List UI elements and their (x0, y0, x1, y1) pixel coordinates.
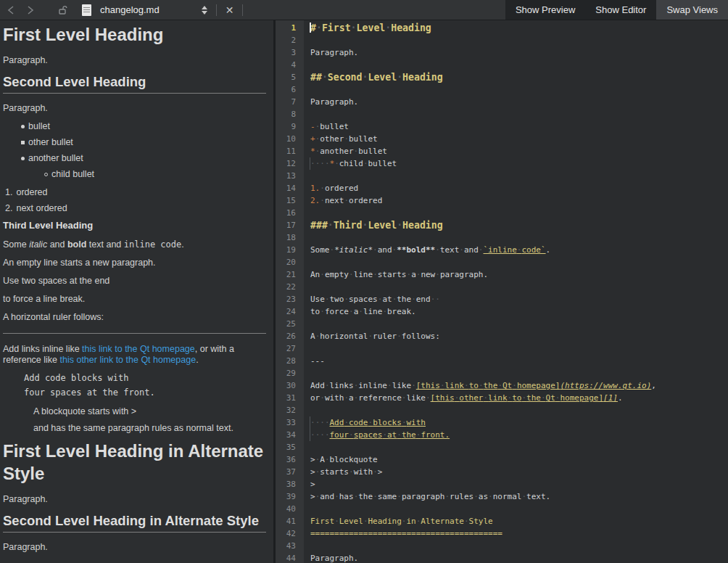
editor-line[interactable]: 8 (276, 108, 728, 120)
bullet-square-icon (21, 141, 25, 144)
line-number: 25 (276, 318, 304, 330)
editor-line[interactable]: 18 (276, 231, 728, 244)
editor-line[interactable]: 5##·Second·Level·Heading (276, 71, 728, 83)
line-number: 27 (276, 342, 304, 355)
preview-h2-alt: Second Level Heading in Alternate Style (3, 512, 266, 533)
blockquote-line: and has the same paragraph rules as norm… (33, 423, 266, 434)
bullet-disc-icon (21, 157, 25, 160)
editor-line[interactable]: 21An·empty·line·starts·a·new·paragraph. (276, 268, 728, 281)
preview-links-paragraph: Add links inline like this link to the Q… (3, 344, 266, 366)
preview-h3: Third Level Heading (3, 220, 266, 231)
unlock-icon[interactable] (58, 5, 67, 15)
separator (216, 4, 217, 16)
preview-bullet-list: bulletother bulletanother bulletchild bu… (3, 121, 266, 180)
editor-line[interactable]: 31or·with·a·reference·like·[this·other·l… (276, 392, 728, 404)
editor-line[interactable]: 4 (276, 59, 728, 71)
bullet-circle-icon (44, 173, 48, 176)
ordered-list-item: 2.next ordered (3, 203, 266, 214)
line-number: 40 (276, 503, 304, 515)
chevron-left-icon (7, 6, 15, 15)
editor-line[interactable]: 152.·next·ordered (276, 194, 728, 207)
editor-line[interactable]: 9-·bullet (276, 120, 728, 133)
open-file-name[interactable]: changelog.md (100, 4, 160, 15)
line-number: 38 (276, 478, 304, 490)
editor-line[interactable]: 41First·Level·Heading·in·Alternate·Style (276, 515, 728, 527)
show-preview-button[interactable]: Show Preview (505, 0, 585, 20)
document-dropdown-icon[interactable] (197, 3, 212, 17)
line-number: 10 (276, 133, 304, 145)
editor-line[interactable]: 20 (276, 256, 728, 268)
line-number: 35 (276, 441, 304, 453)
editor-split: First Level Heading Paragraph. Second Le… (0, 20, 728, 563)
editor-line[interactable]: 23Use·two·spaces·at·the·end·· (276, 293, 728, 305)
editor-line[interactable]: 27 (276, 342, 728, 355)
line-number: 44 (276, 552, 304, 563)
qt-homepage-reference-link[interactable]: this other link to the Qt homepage (60, 355, 197, 365)
line-number: 9 (276, 120, 304, 133)
editor-line[interactable]: 24to·force·a·line·break. (276, 305, 728, 318)
back-button[interactable] (2, 1, 20, 19)
markdown-preview-pane[interactable]: First Level Heading Paragraph. Second Le… (0, 20, 273, 563)
line-number: 13 (276, 170, 304, 182)
document-toolbar: changelog.md ✕ (0, 0, 505, 20)
editor-line[interactable]: 22 (276, 281, 728, 293)
line-number: 11 (276, 145, 304, 157)
editor-line[interactable]: 25 (276, 318, 728, 330)
editor-line[interactable]: 44Paragraph. (276, 552, 728, 563)
editor-line[interactable]: 3Paragraph. (276, 46, 728, 59)
editor-line[interactable]: 43 (276, 540, 728, 552)
editor-line[interactable]: 37>·starts·with·> (276, 466, 728, 478)
editor-line[interactable]: 11*·another·bullet (276, 145, 728, 157)
editor-line[interactable]: 141.·ordered (276, 182, 728, 194)
line-number: 2 (276, 34, 304, 46)
chevron-right-icon (27, 6, 34, 15)
editor-line[interactable]: 36>·A·blockquote (276, 453, 728, 466)
bullet-list-item: other bullet (3, 137, 266, 148)
editor-line[interactable]: 30Add·links·inline·like·[this·link·to·th… (276, 379, 728, 392)
line-number: 22 (276, 281, 304, 293)
swap-views-button[interactable]: Swap Views (656, 0, 728, 20)
bold-text: bold (67, 239, 86, 250)
editor-line[interactable]: 13 (276, 170, 728, 182)
qt-homepage-link[interactable]: this link to the Qt homepage (82, 344, 195, 354)
editor-line[interactable]: 12····*·child·bullet (276, 157, 728, 170)
bullet-list-item: another bullet (3, 153, 266, 164)
editor-line[interactable]: 7Paragraph. (276, 96, 728, 108)
line-number: 31 (276, 392, 304, 404)
italic-text: italic (29, 239, 47, 250)
preview-paragraph: to force a line break. (3, 294, 266, 305)
preview-paragraph: Use two spaces at the end (3, 276, 266, 287)
line-number: 4 (276, 59, 304, 71)
editor-line[interactable]: 16 (276, 207, 728, 219)
line-number: 1 (276, 22, 304, 34)
editor-line[interactable]: 38> (276, 478, 728, 490)
editor-line[interactable]: 35 (276, 441, 728, 453)
editor-line[interactable]: 1#·First·Level·Heading (276, 22, 728, 34)
forward-button[interactable] (22, 1, 39, 19)
editor-line[interactable]: 34····four·spaces·at·the·front. (276, 429, 728, 441)
line-number: 12 (276, 157, 304, 170)
editor-line[interactable]: 17###·Third·Level·Heading (276, 219, 728, 231)
editor-line[interactable]: 28--- (276, 355, 728, 367)
editor-line[interactable]: 19Some·*italic*·and·**bold**·text·and·`i… (276, 244, 728, 256)
close-document-button[interactable]: ✕ (221, 3, 239, 17)
editor-line[interactable]: 40 (276, 503, 728, 515)
editor-line[interactable]: 33····Add·code·blocks·with (276, 416, 728, 429)
preview-paragraph: A horizontal ruler follows: (3, 312, 266, 323)
preview-blockquote: A blockquote starts with >and has the sa… (33, 406, 266, 434)
editor-line[interactable]: 29 (276, 367, 728, 379)
editor-line[interactable]: 42======================================… (276, 527, 728, 540)
preview-ordered-list: 1.ordered2.next ordered (3, 187, 266, 214)
line-number: 32 (276, 404, 304, 416)
editor-line[interactable]: 32 (276, 404, 728, 416)
editor-line[interactable]: 39>·and·has·the·same·paragraph·rules·as·… (276, 490, 728, 503)
editor-line[interactable]: 26A·horizontal·ruler·follows: (276, 330, 728, 342)
editor-line[interactable]: 10+·other·bullet (276, 133, 728, 145)
line-number: 24 (276, 305, 304, 318)
markdown-source-editor[interactable]: 1#·First·Level·Heading23Paragraph.45##·S… (276, 20, 728, 563)
show-editor-button[interactable]: Show Editor (585, 0, 656, 20)
blockquote-line: A blockquote starts with > (33, 406, 266, 417)
editor-line[interactable]: 6 (276, 83, 728, 96)
line-number: 42 (276, 527, 304, 540)
editor-line[interactable]: 2 (276, 34, 728, 46)
